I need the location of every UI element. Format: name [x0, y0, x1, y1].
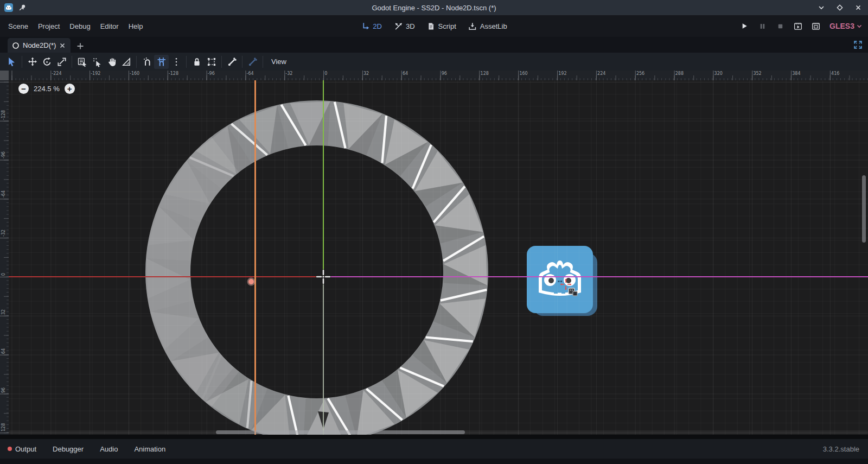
godot-app-icon [4, 3, 14, 12]
zoom-in-button[interactable]: + [65, 84, 75, 94]
ruler-label: 96 [1, 387, 6, 392]
zoom-percentage[interactable]: 224.5 % [34, 85, 60, 93]
view-menu-button[interactable]: View [266, 55, 292, 68]
move-tool-button[interactable] [25, 55, 40, 69]
group-object-button[interactable] [204, 55, 219, 69]
workspace-switcher: 2D 3D Script AssetLib [358, 20, 510, 33]
toolbar-separator [186, 56, 187, 68]
pin-icon[interactable] [18, 3, 27, 12]
ruler-label: -32 [285, 71, 292, 76]
scene-tab-node2d[interactable]: Node2D(*) [8, 38, 71, 53]
workspace-2d-button[interactable]: 2D [358, 20, 385, 33]
toolbar-separator [136, 56, 137, 68]
horizontal-ruler[interactable]: -224-192-160-128-96-64-32032649612816019… [9, 71, 868, 80]
toolbar-separator [263, 56, 263, 68]
playback-controls: GLES3 [738, 20, 863, 33]
ruler-label: 96 [442, 71, 447, 76]
scene-tab-label: Node2D(*) [23, 41, 56, 49]
window-close-button[interactable] [853, 2, 864, 13]
lock-object-button[interactable] [189, 55, 204, 69]
horizontal-scrollbar-thumb[interactable] [216, 430, 465, 434]
2d-viewport-canvas[interactable]: − 224.5 % + [9, 80, 868, 435]
pan-tool-button[interactable] [104, 55, 119, 69]
snap-options-button[interactable] [169, 55, 183, 69]
ruler-label: 416 [831, 71, 839, 76]
node2d-position-gizmo[interactable] [315, 269, 331, 285]
ss2d-ring-shape[interactable] [9, 80, 868, 435]
ruler-label: -224 [52, 71, 61, 76]
menu-scene[interactable]: Scene [3, 20, 33, 33]
bottom-tab-animation[interactable]: Animation [134, 445, 165, 453]
menu-editor[interactable]: Editor [95, 20, 124, 33]
ruler-label: 128 [1, 423, 6, 431]
ruler-label: 0 [1, 273, 6, 276]
ruler-label: 352 [753, 71, 761, 76]
bottom-tab-output[interactable]: Output [8, 445, 36, 453]
snap-select-tool-button[interactable] [90, 55, 104, 69]
play-button[interactable] [738, 20, 751, 33]
window-title: Godot Engine - SS2D - Node2D.tscn (*) [0, 4, 868, 12]
ruler-label: 160 [519, 71, 527, 76]
ruler-label: -160 [130, 71, 139, 76]
window-maximize-button[interactable] [834, 2, 845, 13]
stop-button[interactable] [774, 20, 787, 33]
scale-tool-button[interactable] [54, 55, 69, 69]
play-custom-scene-button[interactable] [809, 20, 822, 33]
rotate-tool-button[interactable] [40, 55, 54, 69]
window-minimize-button[interactable] [816, 2, 827, 13]
scene-tab-bar: Node2D(*) [0, 37, 868, 53]
zoom-out-button[interactable]: − [18, 84, 29, 94]
tab-close-icon[interactable] [59, 42, 66, 49]
vertical-ruler[interactable]: -128-96-64-320326496128 [0, 80, 9, 435]
workspace-3d-button[interactable]: 3D [391, 20, 418, 33]
engine-version-label: 3.3.2.stable [823, 445, 859, 453]
menu-debug[interactable]: Debug [65, 20, 95, 33]
canvas-toolbar: View [0, 53, 868, 71]
skeleton-options-button[interactable] [245, 55, 260, 69]
ruler-label: 128 [481, 71, 489, 76]
ruler-label: -128 [1, 110, 6, 119]
bottom-tab-debugger[interactable]: Debugger [53, 445, 84, 453]
distraction-free-mode-icon[interactable] [853, 40, 863, 49]
list-select-tool-button[interactable] [75, 55, 90, 69]
select-tool-button[interactable] [4, 55, 19, 69]
panel-seam [0, 435, 868, 439]
title-bar: Godot Engine - SS2D - Node2D.tscn (*) [0, 0, 868, 15]
ruler-label: 192 [558, 71, 566, 76]
toolbar-separator [221, 56, 222, 68]
pause-button[interactable] [756, 20, 769, 33]
ruler-label: -32 [1, 230, 6, 237]
output-error-dot [8, 447, 12, 451]
ruler-label: 320 [714, 71, 723, 76]
renderer-dropdown[interactable]: GLES3 [829, 22, 863, 30]
workspace-script-button[interactable]: Script [424, 20, 459, 33]
ruler-label: -192 [91, 71, 100, 76]
bottom-tab-audio[interactable]: Audio [100, 445, 118, 453]
bottom-panel-bar: Output Debugger Audio Animation 3.3.2.st… [0, 439, 868, 459]
smart-snap-button[interactable] [139, 55, 154, 69]
toolbar-separator [72, 56, 72, 68]
play-scene-button[interactable] [792, 20, 805, 33]
ruler-label: -96 [208, 71, 215, 76]
ruler-label: 256 [636, 71, 644, 76]
ruler-label: 384 [792, 71, 800, 76]
ruler-label: -64 [1, 190, 6, 198]
menu-project[interactable]: Project [33, 20, 65, 33]
ruler-label: -64 [247, 71, 254, 76]
window-bottom-strip [0, 459, 868, 464]
ruler-corner [0, 71, 9, 80]
skeleton-tool-button[interactable] [225, 55, 239, 69]
drag-cursor-icon [567, 286, 578, 297]
toolbar-separator [22, 56, 22, 68]
ruler-label: 0 [324, 71, 327, 76]
workspace-assetlib-button[interactable]: AssetLib [465, 20, 510, 33]
menu-bar: SceneProjectDebugEditorHelp 2D 3D Script… [0, 15, 868, 37]
add-scene-tab-button[interactable] [74, 40, 87, 53]
vertical-scrollbar-thumb[interactable] [862, 175, 866, 243]
ruler-label: 32 [363, 71, 369, 76]
ruler-label: -128 [169, 71, 178, 76]
main-menus: SceneProjectDebugEditorHelp [0, 20, 148, 33]
grid-snap-button[interactable] [154, 55, 169, 69]
menu-help[interactable]: Help [124, 20, 148, 33]
ruler-tool-button[interactable] [119, 55, 133, 69]
